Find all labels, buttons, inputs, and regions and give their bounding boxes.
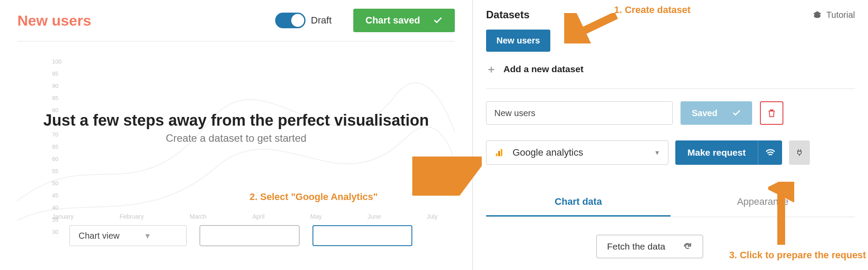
svg-rect-2: [501, 149, 503, 157]
chevron-down-icon: ▼: [654, 149, 660, 156]
connection-dropdown[interactable]: Google analytics ▼: [486, 140, 668, 165]
trash-icon: [767, 108, 776, 118]
check-icon: [433, 16, 443, 25]
tutorial-link[interactable]: Tutorial: [812, 10, 855, 20]
svg-rect-1: [498, 151, 500, 156]
preview-headline: Just a few steps away from the perfect v…: [17, 111, 455, 130]
plug-icon: [795, 148, 804, 157]
tab-chart-data[interactable]: Chart data: [486, 188, 671, 217]
delete-dataset-button[interactable]: [760, 101, 783, 125]
draft-label: Draft: [311, 15, 332, 26]
preview-subtext: Create a dataset to get started: [17, 132, 455, 144]
plus-icon: ＋: [486, 62, 496, 76]
chart-preview: 1009590 858075 706560 555045 403530 Janu…: [17, 55, 455, 242]
add-dataset-button[interactable]: ＋ Add a new dataset: [486, 62, 855, 89]
plug-button[interactable]: [789, 140, 810, 165]
graduation-cap-icon: [812, 10, 822, 20]
datasets-heading: Datasets: [486, 9, 529, 21]
dataset-saved-button[interactable]: Saved: [681, 101, 752, 125]
google-analytics-icon: [494, 148, 504, 157]
dataset-name-input[interactable]: [486, 101, 673, 125]
fetch-data-button[interactable]: Fetch the data: [596, 235, 703, 258]
refresh-icon: [683, 242, 692, 251]
page-title: New users: [17, 12, 253, 29]
make-request-wifi-button[interactable]: [758, 140, 782, 165]
chart-saved-label: Chart saved: [365, 15, 420, 26]
control-button-2[interactable]: [312, 225, 412, 246]
check-icon: [732, 109, 741, 117]
dataset-chip-new-users[interactable]: New users: [486, 30, 550, 52]
svg-rect-0: [496, 153, 498, 156]
wifi-icon: [765, 147, 776, 158]
tab-appearance[interactable]: Appearance: [671, 188, 855, 217]
chart-view-dropdown[interactable]: Chart view ▾: [69, 225, 187, 246]
toggle-knob: [291, 14, 304, 27]
draft-toggle[interactable]: [275, 13, 306, 28]
chart-saved-button[interactable]: Chart saved: [353, 9, 455, 32]
chart-placeholder-lines: [17, 55, 455, 240]
chevron-down-icon: ▾: [145, 230, 150, 241]
control-button-1[interactable]: [200, 225, 299, 246]
make-request-button[interactable]: Make request: [675, 140, 758, 165]
